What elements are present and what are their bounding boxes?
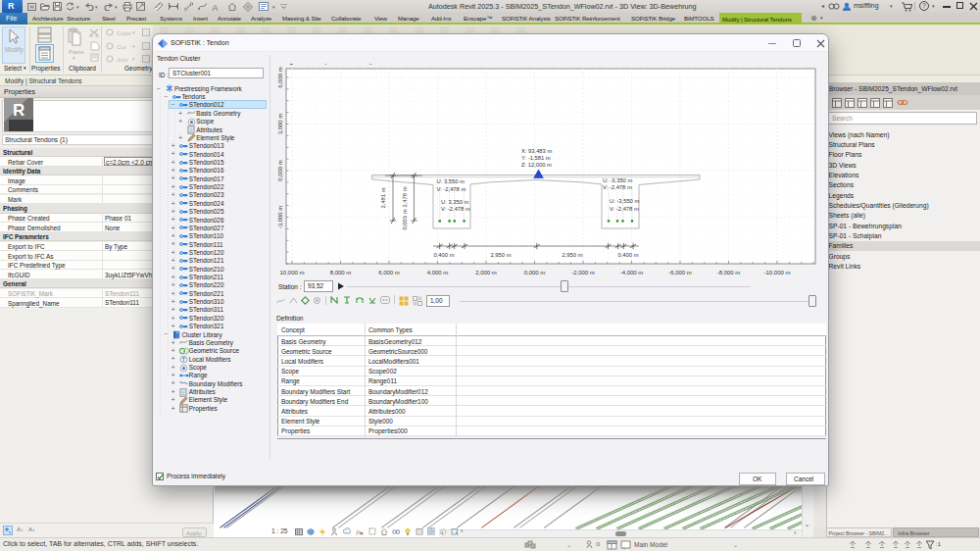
- svg-text:-4,000 m: -4,000 m: [620, 270, 644, 276]
- svg-text:0,000 m: 0,000 m: [277, 160, 283, 181]
- svg-text:0,000 m: 0,000 m: [524, 270, 546, 276]
- svg-text:2,950 m: 2,950 m: [491, 252, 512, 258]
- svg-text:-6,000 m: -6,000 m: [668, 270, 692, 276]
- svg-text:2,950 m: 2,950 m: [563, 252, 583, 258]
- svg-text:V: -2,478 m: V: -2,478 m: [603, 184, 632, 190]
- svg-text:2,000 m: 2,000 m: [475, 270, 497, 276]
- svg-text:V: -2,478 m: V: -2,478 m: [437, 186, 466, 192]
- svg-text:-10,000 m: -10,000 m: [763, 270, 790, 276]
- svg-text:U: 3,550 m: U: 3,550 m: [437, 178, 466, 184]
- svg-text:U: -3,350 m: U: -3,350 m: [603, 177, 632, 183]
- svg-text:3,000 m: 3,000 m: [277, 114, 283, 135]
- svg-text:-3,000 m: -3,000 m: [277, 206, 283, 229]
- svg-text:-8,000 m: -8,000 m: [717, 270, 741, 276]
- svg-text:0,003 m: 0,003 m: [402, 209, 408, 229]
- svg-text:0,400 m: 0,400 m: [434, 252, 455, 258]
- svg-text:Z: 12,000 m: Z: 12,000 m: [521, 162, 552, 168]
- svg-text:2,478 m: 2,478 m: [402, 186, 408, 207]
- svg-text:X: 93,483 m: X: 93,483 m: [521, 148, 552, 154]
- svg-text:0,400 m: 0,400 m: [618, 252, 639, 258]
- svg-text:6,000 m: 6,000 m: [277, 67, 283, 88]
- svg-text:6,000 m: 6,000 m: [378, 270, 400, 276]
- svg-text:10,000 m: 10,000 m: [279, 270, 304, 276]
- svg-text:-2,000 m: -2,000 m: [571, 270, 595, 276]
- svg-text:U: 3,350 m: U: 3,350 m: [441, 199, 469, 205]
- svg-text:Orthogonal - Compound Geometry: Orthogonal - Compound Geometry: [277, 64, 373, 65]
- svg-text:Y: -1,581 m: Y: -1,581 m: [521, 155, 551, 161]
- svg-text:2,481 m: 2,481 m: [380, 187, 386, 208]
- svg-text:8,000 m: 8,000 m: [330, 270, 352, 276]
- svg-text:V: -2,478 m: V: -2,478 m: [441, 206, 470, 212]
- svg-text:U: -3,550 m: U: -3,550 m: [610, 198, 639, 204]
- svg-text:V: -2,478 m: V: -2,478 m: [610, 206, 639, 212]
- svg-text:A: A: [213, 3, 219, 13]
- svg-text:4,000 m: 4,000 m: [427, 270, 449, 276]
